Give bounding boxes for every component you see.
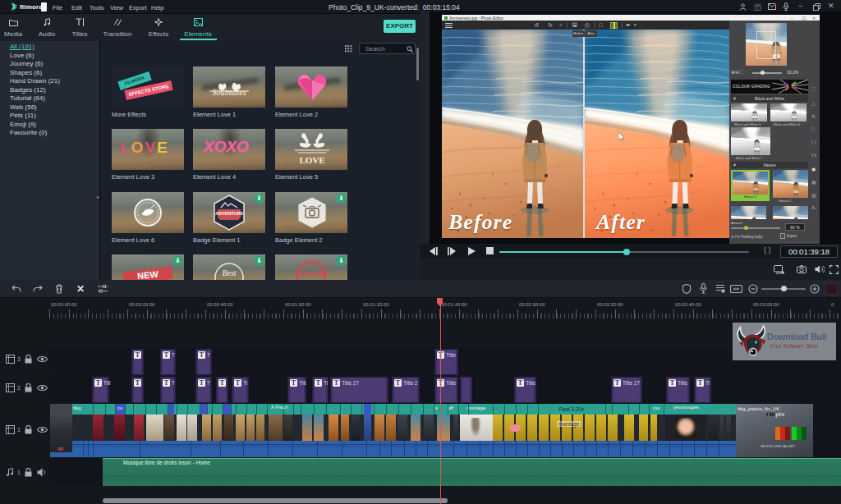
svg-text:Best: Best <box>222 268 236 277</box>
svg-text:ADVENTURE: ADVENTURE <box>215 211 244 216</box>
svg-text:APPROVED: APPROVED <box>295 271 327 277</box>
svg-text:LOVE: LOVE <box>299 155 324 165</box>
